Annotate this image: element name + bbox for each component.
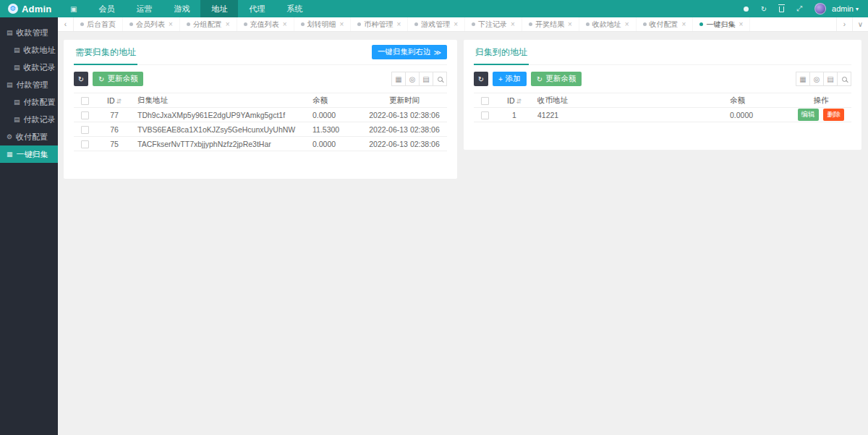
close-icon[interactable]: × [568, 20, 572, 28]
button-label: 添加 [506, 74, 521, 84]
refresh-table-button[interactable]: ↻ [74, 72, 88, 86]
tabs-menu-button[interactable]: ∨ [852, 17, 868, 31]
row-checkbox[interactable] [81, 140, 89, 148]
tab-deposit-list[interactable]: 充值列表 × [237, 17, 294, 31]
sidebar-item-payment-mgmt[interactable]: ▤ 付款管理 [0, 76, 58, 93]
nav-item-game[interactable]: 游戏 [163, 0, 200, 17]
cell-address: TVBS6EAE8ca1X1oKJZsy5GeHcunxUyUhNW [133, 122, 308, 137]
search-icon[interactable] [837, 72, 851, 86]
nav-item-operation[interactable]: 运营 [125, 0, 163, 17]
tab-transfer-detail[interactable]: 划转明细 × [294, 17, 352, 31]
tab-bet-records[interactable]: 下注记录 × [465, 17, 522, 31]
refresh-table-button[interactable]: ↻ [474, 72, 488, 86]
close-icon[interactable]: × [625, 20, 629, 28]
table-toolbar: ↻ ↻ 更新余额 ▦ ◎ ▤ [74, 72, 447, 86]
close-icon[interactable]: × [682, 20, 686, 28]
tab-game-mgmt[interactable]: 游戏管理 × [408, 17, 465, 31]
user-menu[interactable]: admin ▾ [832, 4, 859, 13]
close-icon[interactable]: × [226, 20, 230, 28]
nav-item-member[interactable]: 会员 [88, 0, 125, 17]
cell-updated: 2022-06-13 02:38:06 [362, 122, 447, 137]
fullscreen-icon[interactable]: ⤢ [796, 4, 802, 13]
cell-address: 41221 [533, 108, 726, 122]
tab-group-config[interactable]: 分组配置 × [180, 17, 237, 31]
refresh-balance-button[interactable]: ↻ 更新余额 [93, 72, 143, 86]
row-checkbox[interactable] [81, 126, 89, 134]
tab-receive-address[interactable]: 收款地址 × [579, 17, 637, 31]
tab-payin-config[interactable]: 收付配置 × [637, 17, 694, 31]
sort-icon[interactable]: ⇵ [516, 98, 522, 105]
tab-bar: ‹ 后台首页 会员列表 × 分组配置 × 充值列表 × [58, 17, 868, 32]
table-toolbar: ↻ + 添加 ↻ 更新余额 ▦ ◎ ▤ [474, 72, 851, 86]
print-icon[interactable]: ▤ [823, 72, 838, 86]
column-header-id[interactable]: ID⇵ [95, 93, 133, 108]
close-icon[interactable]: × [283, 20, 287, 28]
row-checkbox[interactable] [81, 111, 89, 119]
panel-header: 归集到的地址 [474, 40, 851, 65]
cell-id: 75 [95, 137, 133, 151]
close-icon[interactable]: × [169, 20, 173, 28]
refresh-icon: ↻ [537, 75, 542, 83]
tab-currency-mgmt[interactable]: 币种管理 × [351, 17, 408, 31]
theme-dot-icon[interactable] [744, 7, 749, 12]
sidebar-item-receive-records[interactable]: ▤ 收款记录 [0, 59, 58, 76]
list-icon: ▤ [14, 98, 20, 106]
nav-item-agent[interactable]: 代理 [238, 0, 276, 17]
close-icon[interactable]: × [396, 20, 401, 28]
filter-columns-icon[interactable]: ▦ [796, 72, 810, 86]
sort-icon[interactable]: ⇵ [116, 98, 122, 105]
row-checkbox[interactable] [481, 111, 489, 119]
brand[interactable]: ⚙ Admin [0, 0, 59, 17]
sidebar-item-receive-mgmt[interactable]: ▤ 收款管理 [0, 24, 58, 41]
tab-dashboard[interactable]: 后台首页 [74, 17, 123, 31]
select-all-checkbox[interactable] [81, 97, 89, 105]
list-icon: ▤ [14, 64, 20, 71]
tab-label: 会员列表 [136, 20, 165, 30]
sidebar-item-payin-config[interactable]: ⚙ 收付配置 [0, 128, 58, 145]
tab-label: 收付配置 [650, 20, 678, 30]
add-address-button[interactable]: + 添加 [493, 72, 527, 86]
collect-to-right-button[interactable]: 一键归集到右边 ≫ [372, 45, 447, 59]
brand-name: Admin [22, 4, 51, 14]
tab-one-click-collect[interactable]: 一键归集 × [693, 17, 750, 31]
edit-button[interactable]: 编辑 [798, 109, 819, 121]
nav-item-console[interactable]: ▣ [59, 0, 88, 17]
tab-lottery-results[interactable]: 开奖结果 × [522, 17, 579, 31]
close-icon[interactable]: × [340, 20, 344, 28]
refresh-balance-button[interactable]: ↻ 更新余额 [531, 72, 582, 86]
tabs-scroll-left-button[interactable]: ‹ [58, 17, 74, 31]
refresh-icon[interactable]: ↻ [761, 5, 767, 13]
refresh-icon: ↻ [98, 75, 104, 83]
brand-gear-icon: ⚙ [8, 4, 18, 14]
delete-button[interactable]: 删除 [823, 109, 844, 121]
cell-address: TDh9cJxaXMp5y961E2dgUP9YAmkg5gct1f [133, 108, 308, 122]
sidebar-item-receive-address[interactable]: ▤ 收款地址 [0, 41, 58, 59]
tab-dot [586, 22, 590, 26]
tab-label: 充值列表 [250, 20, 279, 30]
close-icon[interactable]: × [454, 20, 458, 28]
button-label: 更新余额 [107, 74, 137, 84]
close-icon[interactable]: × [739, 20, 743, 28]
tab-member-list[interactable]: 会员列表 × [123, 17, 180, 31]
sidebar-item-payment-config[interactable]: ▤ 付款配置 [0, 93, 58, 111]
close-icon[interactable]: × [511, 20, 515, 28]
clear-cache-trash-icon[interactable] [779, 5, 784, 12]
search-icon[interactable] [433, 72, 447, 86]
column-header-actions: 操作 [791, 93, 851, 108]
tabs-scroll-right-button[interactable]: › [836, 17, 852, 31]
column-header-id[interactable]: ID⇵ [495, 93, 533, 108]
avatar[interactable] [814, 3, 826, 14]
filter-columns-icon[interactable]: ▦ [391, 72, 406, 86]
export-icon[interactable]: ◎ [809, 72, 824, 86]
tab-dot [129, 22, 133, 26]
nav-item-address[interactable]: 地址 [200, 0, 238, 17]
cell-id: 77 [95, 108, 133, 122]
sidebar-item-payment-records[interactable]: ▤ 付款记录 [0, 111, 58, 128]
export-icon[interactable]: ◎ [405, 72, 420, 86]
sidebar-item-one-click-collect[interactable]: ▦ 一键归集 [0, 145, 58, 163]
nav-item-system[interactable]: 系统 [276, 0, 313, 17]
print-icon[interactable]: ▤ [419, 72, 433, 86]
sidebar-item-label: 付款配置 [24, 97, 56, 108]
list-icon: ▤ [14, 116, 20, 123]
select-all-checkbox[interactable] [481, 97, 489, 105]
